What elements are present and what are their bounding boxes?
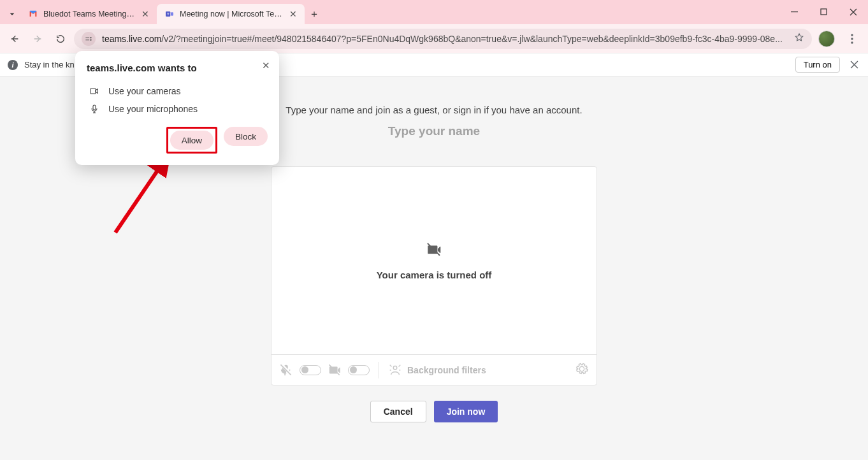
- svg-rect-4: [821, 9, 827, 15]
- close-icon[interactable]: ✕: [289, 9, 297, 19]
- video-preview-area: Your camera is turned off: [271, 167, 597, 354]
- kebab-icon: [851, 34, 853, 44]
- browser-tab-2[interactable]: T Meeting now | Microsoft Teams ✕: [157, 4, 305, 24]
- tab-title: Meeting now | Microsoft Teams: [180, 10, 284, 18]
- back-button[interactable]: [5, 29, 24, 48]
- permission-dialog: teams.live.com wants to ✕ Use your camer…: [75, 51, 279, 165]
- permission-camera-row: Use your cameras: [87, 82, 268, 100]
- new-tab-button[interactable]: ＋: [305, 4, 324, 24]
- svg-rect-11: [90, 89, 96, 94]
- teams-icon: T: [164, 9, 175, 19]
- window-close-button[interactable]: [839, 0, 868, 24]
- cancel-button[interactable]: Cancel: [370, 401, 426, 422]
- arrow-left-icon: [10, 34, 20, 44]
- permission-camera-label: Use your cameras: [108, 86, 181, 96]
- browser-toolbar: teams.live.com/v2/?meetingjoin=true#/mee…: [0, 24, 868, 54]
- svg-text:T: T: [167, 12, 170, 16]
- permission-title: teams.live.com wants to: [87, 62, 268, 73]
- browser-tabstrip: Bluedot Teams Meeting - bea@ ✕ T Meeting…: [0, 0, 868, 24]
- camera-icon: [89, 86, 99, 96]
- profile-button[interactable]: [816, 28, 837, 50]
- device-settings-button[interactable]: [575, 362, 589, 378]
- maximize-icon: [820, 8, 828, 16]
- action-buttons: Cancel Join now: [0, 401, 868, 422]
- allow-highlight-box: Allow: [166, 127, 217, 154]
- address-bar[interactable]: teams.live.com/v2/?meetingjoin=true#/mee…: [74, 29, 812, 49]
- svg-point-10: [393, 366, 397, 370]
- browser-tab-1[interactable]: Bluedot Teams Meeting - bea@ ✕: [20, 4, 157, 24]
- url-text: teams.live.com/v2/?meetingjoin=true#/mee…: [102, 34, 788, 44]
- svg-point-5: [90, 37, 91, 38]
- svg-point-9: [851, 41, 853, 43]
- infobar-text: Stay in the kn: [24, 60, 75, 69]
- close-icon: [850, 8, 857, 16]
- turn-on-button[interactable]: Turn on: [795, 57, 840, 73]
- tab-search-button[interactable]: [4, 4, 20, 24]
- maximize-button[interactable]: [809, 0, 839, 24]
- background-filters-icon: [388, 363, 402, 377]
- join-now-button[interactable]: Join now: [434, 401, 498, 422]
- svg-rect-1: [171, 12, 173, 15]
- camera-off-icon: [426, 241, 442, 261]
- permission-close-button[interactable]: ✕: [262, 60, 270, 71]
- star-icon: [794, 32, 804, 43]
- window-controls: [780, 0, 868, 24]
- svg-rect-3: [791, 11, 798, 12]
- svg-point-6: [90, 39, 91, 40]
- bookmark-button[interactable]: [794, 32, 804, 45]
- background-filters-label: Background filters: [407, 365, 486, 375]
- tab-title: Bluedot Teams Meeting - bea@: [43, 10, 136, 18]
- chevron-down-icon: [7, 9, 17, 19]
- permission-microphone-row: Use your microphones: [87, 100, 268, 118]
- gmail-icon: [28, 9, 38, 19]
- camera-toggle[interactable]: [348, 365, 370, 375]
- allow-button[interactable]: Allow: [170, 131, 213, 150]
- svg-rect-12: [93, 105, 96, 110]
- site-settings-icon[interactable]: [82, 32, 96, 46]
- minimize-button[interactable]: [780, 0, 809, 24]
- svg-point-8: [851, 38, 853, 40]
- reload-button[interactable]: [51, 29, 70, 48]
- separator: [379, 362, 379, 378]
- microphone-off-icon: [279, 363, 293, 377]
- infobar-close-button[interactable]: [845, 56, 863, 74]
- close-icon[interactable]: ✕: [141, 9, 149, 19]
- microphone-toggle[interactable]: [300, 365, 321, 375]
- minimize-icon: [791, 8, 799, 16]
- arrow-right-icon: [33, 34, 43, 44]
- info-icon: i: [8, 60, 18, 70]
- forward-button[interactable]: [28, 29, 47, 48]
- block-button[interactable]: Block: [224, 127, 268, 146]
- microphone-icon: [89, 104, 99, 114]
- svg-point-7: [851, 34, 853, 36]
- permission-microphone-label: Use your microphones: [108, 104, 198, 114]
- gear-icon: [575, 362, 589, 376]
- background-filters-button[interactable]: Background filters: [388, 363, 486, 377]
- reload-icon: [55, 34, 66, 44]
- avatar-icon: [818, 31, 835, 47]
- chrome-menu-button[interactable]: [841, 28, 863, 50]
- video-preview-panel: Your camera is turned off Background fil…: [271, 166, 597, 385]
- device-controls: Background filters: [271, 354, 597, 385]
- camera-off-icon-small: [328, 363, 342, 377]
- camera-off-text: Your camera is turned off: [377, 270, 492, 280]
- close-icon: [850, 61, 858, 69]
